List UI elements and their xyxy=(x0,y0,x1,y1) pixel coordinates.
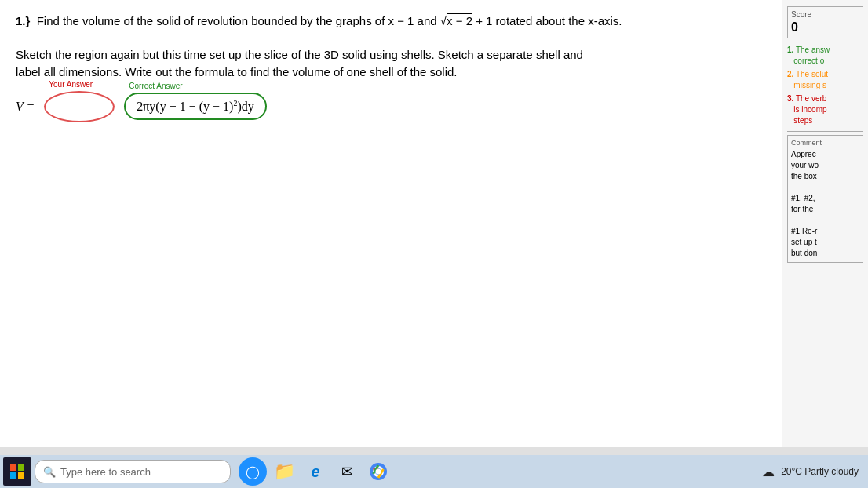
scrollbar-area[interactable] xyxy=(0,447,868,455)
svg-rect-1 xyxy=(18,464,24,471)
correct-answer-oval: 2πy(y − 1 − (y − 1)2)dy xyxy=(124,93,266,120)
feedback-item-3: 3. The verb is incomp steps xyxy=(787,93,863,126)
cortana-button[interactable]: ◯ xyxy=(239,457,267,486)
cortana-icon: ◯ xyxy=(246,464,260,479)
your-answer-label: Your Answer xyxy=(47,80,94,89)
formula-row: V = Your Answer Correct Answer 2πy(y − 1… xyxy=(16,91,801,122)
correct-answer-label: Correct Answer xyxy=(127,82,184,90)
svg-point-7 xyxy=(376,469,381,475)
comment-section: Comment Apprecyour wothe box #1, #2,for … xyxy=(787,135,863,263)
taskbar-apps: ◯ 📁 e ✉ xyxy=(239,457,392,486)
taskbar-search-bar[interactable]: 🔍 Type here to search xyxy=(35,460,231,483)
mail-icon: ✉ xyxy=(341,463,353,480)
search-placeholder-text: Type here to search xyxy=(60,466,151,478)
sketch-line1: Sketch the region again but this time se… xyxy=(16,46,801,64)
v-equals-label: V = xyxy=(16,100,35,114)
feedback-list: 1. The answ correct o 2. The solut missi… xyxy=(787,45,863,126)
edge-icon: e xyxy=(311,463,319,481)
main-content: 1.} Find the volume of the solid of revo… xyxy=(0,0,816,447)
chrome-button[interactable] xyxy=(364,457,392,486)
feedback-item-1: 1. The answ correct o xyxy=(787,45,863,67)
svg-rect-3 xyxy=(18,472,24,479)
mail-button[interactable]: ✉ xyxy=(333,457,361,486)
taskbar: 🔍 Type here to search ◯ 📁 e ✉ xyxy=(0,455,868,488)
file-explorer-icon: 📁 xyxy=(274,461,295,482)
chrome-icon xyxy=(370,463,387,480)
comment-label: Comment xyxy=(791,139,859,147)
weather-icon: ☁ xyxy=(762,464,775,479)
taskbar-right: ☁ 20°C Partly cloudy xyxy=(762,464,865,479)
weather-text: 20°C Partly cloudy xyxy=(781,466,859,477)
feedback-item-2: 2. The solut missing s xyxy=(787,69,863,91)
search-icon: 🔍 xyxy=(43,466,56,478)
svg-rect-0 xyxy=(10,464,16,471)
sidebar-divider xyxy=(787,131,863,132)
your-answer-container: Your Answer xyxy=(44,91,115,122)
your-answer-oval xyxy=(44,91,115,122)
problem-statement: Find the volume of the solid of revoluti… xyxy=(34,14,622,27)
file-explorer-button[interactable]: 📁 xyxy=(270,457,298,486)
correct-answer-formula: 2πy(y − 1 − (y − 1)2)dy xyxy=(137,99,253,114)
edge-button[interactable]: e xyxy=(301,457,330,486)
score-value: 0 xyxy=(791,20,859,35)
score-label: Score xyxy=(791,10,859,19)
sidebar: Score 0 1. The answ correct o 2. The sol… xyxy=(782,0,868,447)
problem-number: 1.} xyxy=(16,14,30,27)
score-section: Score 0 xyxy=(787,6,863,38)
sketch-line2: label all dimensions. Write out the form… xyxy=(16,64,801,82)
problem-text: 1.} Find the volume of the solid of revo… xyxy=(16,13,801,31)
windows-icon xyxy=(10,464,24,479)
correct-answer-container: Correct Answer 2πy(y − 1 − (y − 1)2)dy xyxy=(124,93,266,120)
problem-line1: 1.} Find the volume of the solid of revo… xyxy=(16,13,801,31)
comment-text: Apprecyour wothe box #1, #2,for the #1 R… xyxy=(791,149,859,259)
start-button[interactable] xyxy=(3,457,31,486)
sketch-instructions: Sketch the region again but this time se… xyxy=(16,46,801,82)
svg-rect-2 xyxy=(10,472,16,479)
